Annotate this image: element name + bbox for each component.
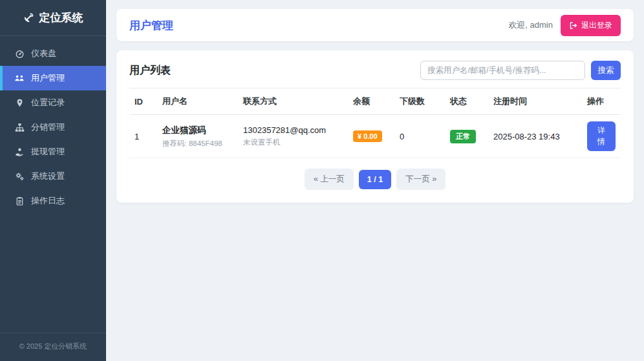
cell-subordinates: 0 bbox=[394, 115, 445, 158]
sidebar-item-label: 分销管理 bbox=[31, 121, 65, 133]
phone-text: 未设置手机 bbox=[243, 138, 343, 147]
log-icon bbox=[14, 196, 25, 206]
logout-label: 退出登录 bbox=[581, 20, 612, 31]
map-marker-icon bbox=[14, 98, 25, 108]
sidebar: 定位系统 仪表盘 用户管理 bbox=[0, 0, 106, 361]
next-page-button[interactable]: 下一页 » bbox=[396, 169, 445, 190]
sidebar-item-label: 位置记录 bbox=[31, 97, 65, 108]
user-list-panel: 用户列表 搜索 ID 用户名 联系方式 余额 下级数 bbox=[116, 50, 634, 203]
table-row: 1 企业猫源码 推荐码: 8845F498 1302357281@qq.com … bbox=[129, 115, 621, 158]
table-header-row: ID 用户名 联系方式 余额 下级数 状态 注册时间 操作 bbox=[129, 88, 621, 115]
sidebar-item-label: 用户管理 bbox=[31, 72, 65, 84]
sidebar-footer: © 2025 定位分销系统 bbox=[0, 333, 106, 361]
user-table-wrap: ID 用户名 联系方式 余额 下级数 状态 注册时间 操作 1 企业猫源码 bbox=[116, 88, 634, 158]
logout-button[interactable]: 退出登录 bbox=[561, 15, 621, 36]
username-text: 企业猫源码 bbox=[162, 125, 233, 136]
sidebar-item-label: 提现管理 bbox=[31, 146, 65, 158]
welcome-text: 欢迎, admin bbox=[508, 19, 553, 31]
panel-title: 用户列表 bbox=[129, 64, 171, 77]
cell-registered: 2025-08-23 19:43 bbox=[488, 115, 582, 158]
cell-status: 正常 bbox=[445, 115, 488, 158]
main-content: 用户管理 欢迎, admin 退出登录 用户列表 搜索 bbox=[106, 0, 644, 361]
withdraw-icon bbox=[14, 147, 25, 157]
col-header-status: 状态 bbox=[445, 88, 488, 115]
col-header-username: 用户名 bbox=[157, 88, 238, 115]
search-group: 搜索 bbox=[420, 61, 621, 80]
cell-actions: 详情 bbox=[582, 115, 621, 158]
cell-contact: 1302357281@qq.com 未设置手机 bbox=[238, 115, 348, 158]
sidebar-item-label: 操作日志 bbox=[31, 195, 65, 207]
cell-id: 1 bbox=[129, 115, 157, 158]
sidebar-item-settings[interactable]: 系统设置 bbox=[0, 164, 106, 189]
brand: 定位系统 bbox=[0, 0, 106, 36]
col-header-subordinates: 下级数 bbox=[394, 88, 445, 115]
col-header-balance: 余额 bbox=[348, 88, 394, 115]
detail-button[interactable]: 详情 bbox=[587, 121, 616, 151]
topbar-right: 欢迎, admin 退出登录 bbox=[508, 15, 621, 36]
gauge-icon bbox=[14, 48, 25, 59]
sign-out-icon bbox=[569, 21, 577, 30]
sidebar-item-label: 仪表盘 bbox=[31, 48, 56, 59]
user-table: ID 用户名 联系方式 余额 下级数 状态 注册时间 操作 1 企业猫源码 bbox=[129, 88, 621, 158]
status-badge: 正常 bbox=[450, 130, 476, 143]
topbar: 用户管理 欢迎, admin 退出登录 bbox=[116, 9, 634, 41]
col-header-actions: 操作 bbox=[582, 88, 621, 115]
balance-badge: ¥ 0.00 bbox=[353, 130, 382, 142]
brand-title: 定位系统 bbox=[39, 10, 83, 25]
email-text: 1302357281@qq.com bbox=[243, 125, 343, 135]
pagination: « 上一页 1 / 1 下一页 » bbox=[116, 158, 634, 203]
search-button[interactable]: 搜索 bbox=[591, 61, 621, 80]
satellite-dish-icon bbox=[23, 12, 34, 23]
sidebar-item-users[interactable]: 用户管理 bbox=[0, 66, 106, 90]
cell-username: 企业猫源码 推荐码: 8845F498 bbox=[157, 115, 238, 158]
sidebar-item-logs[interactable]: 操作日志 bbox=[0, 189, 106, 213]
col-header-id: ID bbox=[129, 88, 157, 115]
cell-balance: ¥ 0.00 bbox=[348, 115, 394, 158]
prev-page-button[interactable]: « 上一页 bbox=[305, 169, 354, 190]
gears-icon bbox=[14, 171, 25, 181]
panel-head: 用户列表 搜索 bbox=[116, 50, 634, 88]
sidebar-item-dashboard[interactable]: 仪表盘 bbox=[0, 41, 106, 66]
referral-code: 推荐码: 8845F498 bbox=[162, 139, 233, 149]
sidebar-item-withdrawals[interactable]: 提现管理 bbox=[0, 139, 106, 164]
search-input[interactable] bbox=[420, 61, 585, 80]
sidebar-item-locations[interactable]: 位置记录 bbox=[0, 90, 106, 115]
sidebar-item-distribution[interactable]: 分销管理 bbox=[0, 115, 106, 139]
sidebar-menu: 仪表盘 用户管理 位置记录 bbox=[0, 36, 106, 213]
col-header-contact: 联系方式 bbox=[238, 88, 348, 115]
users-icon bbox=[14, 73, 25, 83]
sidebar-item-label: 系统设置 bbox=[31, 170, 65, 182]
current-page-indicator: 1 / 1 bbox=[359, 170, 391, 189]
col-header-registered: 注册时间 bbox=[488, 88, 582, 115]
sitemap-icon bbox=[14, 122, 25, 132]
page-title: 用户管理 bbox=[129, 18, 173, 33]
